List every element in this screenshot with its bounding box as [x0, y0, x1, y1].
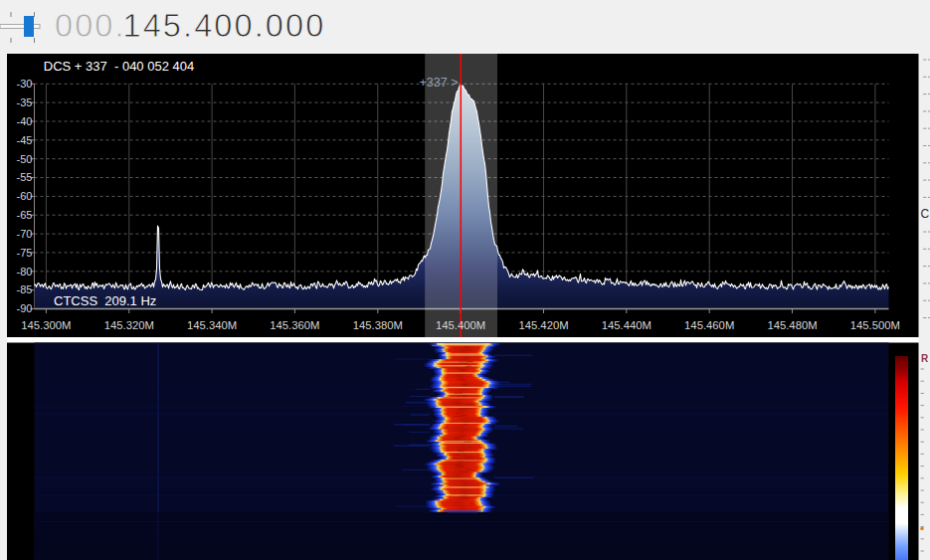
svg-text:145.400M: 145.400M [436, 319, 485, 331]
svg-text:-65: -65 [17, 209, 33, 221]
svg-text:145.500M: 145.500M [850, 319, 900, 331]
svg-text:-45: -45 [17, 134, 33, 146]
svg-text:145.460M: 145.460M [684, 319, 734, 331]
svg-text:-30: -30 [17, 78, 33, 90]
svg-text:145.380M: 145.380M [353, 319, 403, 331]
svg-text:-90: -90 [17, 302, 33, 314]
svg-text:145.480M: 145.480M [767, 319, 817, 331]
svg-text:DCS + 337 - 040 052 404: DCS + 337 - 040 052 404 [44, 59, 194, 74]
svg-text:145.420M: 145.420M [518, 319, 568, 331]
svg-text:-80: -80 [17, 266, 33, 278]
svg-text:145.360M: 145.360M [270, 319, 319, 331]
svg-text:-55: -55 [17, 171, 33, 183]
svg-text:145.440M: 145.440M [602, 319, 651, 331]
svg-text:-60: -60 [17, 190, 33, 202]
svg-text:-35: -35 [17, 96, 33, 108]
svg-text:-85: -85 [17, 283, 33, 295]
svg-text:-70: -70 [17, 228, 33, 240]
svg-text:+337 >: +337 > [420, 76, 459, 90]
svg-text:R: R [921, 353, 929, 364]
svg-text:-75: -75 [17, 247, 33, 259]
svg-text:145.300M: 145.300M [21, 319, 71, 331]
svg-text:145.340M: 145.340M [187, 319, 237, 331]
svg-text:-50: -50 [17, 153, 33, 165]
svg-text:CTCSS 209.1 Hz: CTCSS 209.1 Hz [54, 293, 156, 308]
svg-text:145.320M: 145.320M [104, 319, 154, 331]
svg-text:-40: -40 [17, 115, 33, 127]
svg-text:C: C [921, 207, 930, 221]
